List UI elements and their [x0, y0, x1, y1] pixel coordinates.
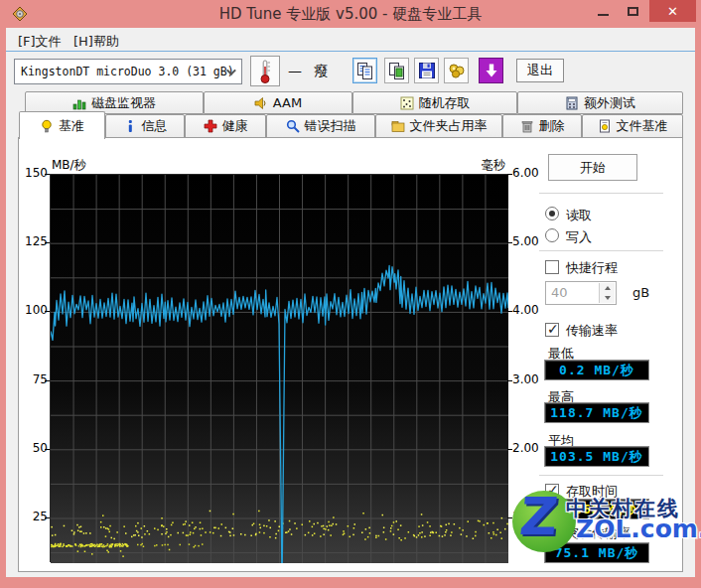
- tab-label: 磁盘监视器: [91, 94, 156, 112]
- avg-value-lcd: 103.5 MB/秒: [544, 446, 649, 467]
- burst-rate-checkbox[interactable]: [545, 525, 559, 539]
- copy-button[interactable]: [352, 58, 377, 83]
- burst-rate-lcd: 75.1 MB/秒: [544, 542, 649, 563]
- stepper-up-icon[interactable]: [600, 283, 615, 293]
- read-label: 读取: [566, 207, 592, 224]
- benchmark-chart: [50, 174, 507, 562]
- menu-file[interactable]: [F]文件: [12, 31, 68, 53]
- title-bar[interactable]: HD Tune 专业版 v5.00 - 硬盘专业工具 ✕: [0, 0, 701, 28]
- health-cross-icon: [204, 119, 217, 133]
- right-tick-label: 6.00: [512, 166, 539, 180]
- arrow-down-icon: [483, 62, 500, 79]
- right-tick-mark: [507, 242, 512, 243]
- temperature-value: — 癈: [288, 63, 332, 80]
- right-tick-mark: [507, 380, 512, 381]
- capacity-unit: gB: [632, 285, 649, 300]
- left-tick-mark: [45, 517, 50, 518]
- temperature-button[interactable]: [250, 56, 280, 86]
- tab-label: 文件基准: [617, 117, 668, 135]
- left-tick-label: 100: [22, 303, 48, 317]
- transfer-rate-checkbox[interactable]: [545, 323, 559, 337]
- minimize-icon: [598, 14, 609, 16]
- left-tick-mark: [45, 380, 50, 381]
- right-tick-label: 2.00: [512, 441, 539, 455]
- right-tick-mark: [507, 311, 512, 312]
- app-window: HD Tune 专业版 v5.00 - 硬盘专业工具 ✕ [F]文件 [H]帮助…: [0, 0, 701, 588]
- tab-label: 随机存取: [419, 94, 471, 112]
- right-tick-label: 1.00: [512, 510, 539, 523]
- capacity-value: 40: [551, 285, 568, 300]
- left-tick-label: 150: [22, 166, 48, 180]
- max-value-lcd: 118.7 MB/秒: [544, 402, 649, 423]
- left-tick-label: 75: [22, 372, 48, 386]
- right-tick-label: 5.00: [512, 234, 539, 248]
- burst-rate-label: 突发传输率: [566, 524, 631, 542]
- left-tick-mark: [45, 174, 50, 175]
- access-time-lcd: 0.862 毫秒: [544, 499, 649, 519]
- tab-label: 错误扫描: [305, 117, 356, 135]
- stepper-arrows[interactable]: [599, 283, 615, 303]
- min-value-lcd: 0.2 MB/秒: [544, 360, 649, 380]
- client-area: [F]文件 [H]帮助 KingstonDT microDuo 3.0 (31 …: [6, 28, 695, 577]
- close-icon: ✕: [667, 4, 678, 19]
- save-button[interactable]: [414, 58, 439, 83]
- minimize-button[interactable]: [590, 0, 616, 22]
- dice-icon: [400, 96, 414, 110]
- folder-icon: [391, 119, 405, 133]
- left-tick-mark: [45, 242, 50, 243]
- read-radio[interactable]: [545, 207, 559, 220]
- left-tick-mark: [45, 449, 50, 450]
- maximize-icon: [628, 7, 638, 16]
- capture-icon: [448, 62, 466, 79]
- monitor-icon: [72, 96, 86, 110]
- short-stroke-checkbox[interactable]: [545, 260, 559, 274]
- separator: [539, 250, 663, 251]
- copy-image-button[interactable]: [384, 58, 409, 83]
- menu-bar: [F]文件 [H]帮助: [6, 28, 695, 52]
- tab-folder-usage[interactable]: 文件夹占用率: [375, 114, 502, 138]
- maximize-button[interactable]: [620, 0, 645, 22]
- toolbar: KingstonDT microDuo 3.0 (31 gB) — 癈: [6, 53, 695, 92]
- right-tick-mark: [507, 174, 512, 175]
- menu-help[interactable]: [H]帮助: [68, 31, 125, 53]
- tab-health[interactable]: 健康: [185, 114, 266, 138]
- tab-info[interactable]: 信息: [105, 114, 185, 138]
- right-tick-mark: [507, 517, 512, 518]
- exit-button[interactable]: 退出: [516, 59, 564, 82]
- separator: [539, 193, 663, 194]
- copy-image-icon: [388, 62, 406, 80]
- transfer-rate-label: 传输速率: [566, 322, 618, 340]
- start-button[interactable]: 开始: [548, 154, 637, 181]
- tab-label: 健康: [222, 117, 248, 135]
- tab-label: 额外测试: [584, 94, 635, 112]
- info-icon: [123, 119, 137, 133]
- right-tick-mark: [507, 449, 512, 450]
- left-tick-label: 25: [22, 510, 48, 523]
- tab-random-access[interactable]: 随机存取: [352, 91, 517, 114]
- thermometer-icon: [258, 59, 272, 84]
- capture-button[interactable]: [444, 58, 469, 83]
- tab-extra-tests[interactable]: 额外测试: [517, 91, 683, 114]
- drive-select-value: KingstonDT microDuo 3.0 (31 gB): [21, 65, 234, 78]
- write-radio[interactable]: [545, 228, 559, 242]
- tab-file-benchmark[interactable]: 文件基准: [582, 114, 683, 138]
- tab-label: 删除: [539, 117, 565, 135]
- calculator-icon: [565, 96, 579, 110]
- tab-benchmark[interactable]: 基准: [19, 111, 105, 139]
- capacity-stepper[interactable]: 40: [545, 281, 617, 305]
- trash-icon: [520, 119, 534, 133]
- tab-aam[interactable]: AAM: [204, 91, 352, 114]
- drive-select[interactable]: KingstonDT microDuo 3.0 (31 gB): [14, 59, 242, 84]
- update-button[interactable]: [479, 58, 503, 83]
- tab-error-scan[interactable]: 错误扫描: [266, 114, 375, 138]
- left-tick-mark: [45, 311, 50, 312]
- tab-label: 基准: [59, 117, 84, 135]
- copy-icon: [356, 62, 374, 80]
- tab-label: 文件夹占用率: [410, 117, 488, 135]
- access-time-checkbox[interactable]: [545, 484, 559, 498]
- close-button[interactable]: ✕: [649, 0, 696, 22]
- short-stroke-label: 快捷行程: [566, 259, 618, 277]
- stepper-down-icon[interactable]: [600, 293, 615, 303]
- left-tick-label: 125: [22, 234, 48, 248]
- tab-erase[interactable]: 删除: [502, 114, 582, 138]
